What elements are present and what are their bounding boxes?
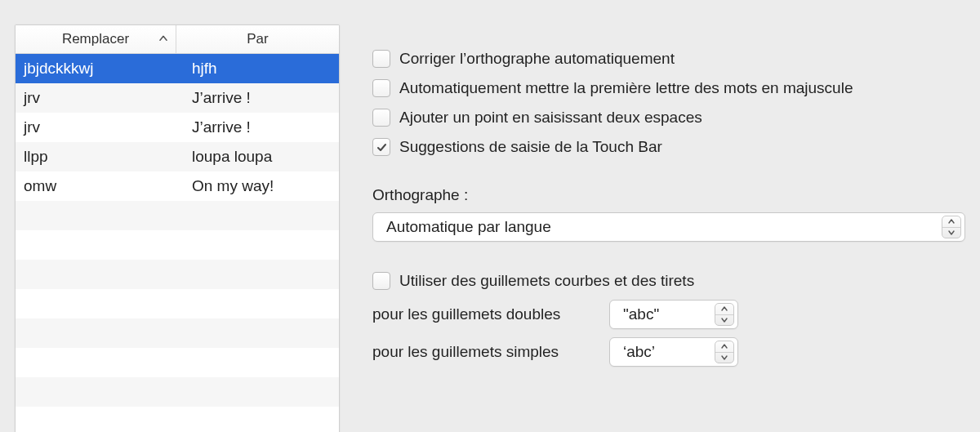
table-row[interactable]: omwOn my way! — [16, 171, 339, 201]
checkbox-auto-cap[interactable] — [372, 79, 390, 97]
option-touchbar[interactable]: Suggestions de saisie de la Touch Bar — [372, 132, 965, 162]
table-row[interactable] — [16, 348, 339, 377]
checkbox-auto-spell[interactable] — [372, 50, 390, 68]
table-body: jbjdckkkwjhjfhjrvJ’arrive !jrvJ’arrive !… — [16, 54, 339, 432]
checkbox-double-space[interactable] — [372, 109, 390, 127]
column-header-replace-label: Remplacer — [62, 31, 129, 47]
single-quotes-select-value: ‘abc’ — [623, 343, 655, 361]
table-row[interactable] — [16, 201, 339, 230]
spelling-select-value: Automatique par langue — [386, 218, 551, 236]
option-auto-spell-label: Corriger l’orthographe automatiquement — [399, 50, 675, 68]
table-header: Remplacer Par — [16, 25, 339, 54]
cell-replace: llpp — [16, 148, 184, 166]
cell-replace: jbjdckkkwj — [16, 60, 184, 78]
replacements-table[interactable]: Remplacer Par jbjdckkkwjhjfhjrvJ’arrive … — [15, 24, 340, 432]
sort-indicator-icon — [159, 33, 167, 44]
table-row[interactable] — [16, 289, 339, 318]
double-quotes-select[interactable]: "abc" — [609, 300, 738, 329]
column-header-with[interactable]: Par — [176, 25, 339, 53]
cell-with: hjfh — [184, 60, 339, 78]
cell-replace: jrv — [16, 89, 184, 107]
stepper-icon — [715, 303, 734, 326]
spelling-select[interactable]: Automatique par langue — [372, 212, 965, 242]
option-double-space-label: Ajouter un point en saisissant deux espa… — [399, 109, 702, 127]
cell-replace: omw — [16, 177, 184, 195]
cell-with: loupa loupa — [184, 148, 339, 166]
spelling-label: Orthographe : — [372, 186, 965, 204]
option-double-space[interactable]: Ajouter un point en saisissant deux espa… — [372, 103, 965, 132]
stepper-icon — [942, 216, 961, 238]
options-panel: Corriger l’orthographe automatiquement A… — [340, 24, 965, 371]
option-auto-cap[interactable]: Automatiquement mettre la première lettr… — [372, 73, 965, 103]
option-auto-spell[interactable]: Corriger l’orthographe automatiquement — [372, 44, 965, 73]
cell-with: On my way! — [184, 177, 339, 195]
double-quotes-select-value: "abc" — [623, 305, 659, 323]
single-quotes-label: pour les guillemets simples — [372, 343, 609, 361]
table-row[interactable] — [16, 230, 339, 260]
column-header-with-label: Par — [247, 31, 268, 47]
cell-with: J’arrive ! — [184, 118, 339, 136]
option-smart-quotes-label: Utiliser des guillemets courbes et des t… — [399, 272, 694, 290]
stepper-icon — [715, 341, 734, 363]
checkbox-smart-quotes[interactable] — [372, 272, 390, 290]
single-quotes-select[interactable]: ‘abc’ — [609, 337, 738, 367]
option-auto-cap-label: Automatiquement mettre la première lettr… — [399, 79, 853, 97]
table-row[interactable] — [16, 407, 339, 432]
checkbox-touchbar[interactable] — [372, 138, 390, 156]
cell-replace: jrv — [16, 118, 184, 136]
column-header-replace[interactable]: Remplacer — [16, 25, 176, 53]
table-row[interactable]: jrvJ’arrive ! — [16, 113, 339, 142]
table-row[interactable] — [16, 377, 339, 407]
option-smart-quotes[interactable]: Utiliser des guillemets courbes et des t… — [372, 266, 965, 296]
option-touchbar-label: Suggestions de saisie de la Touch Bar — [399, 138, 662, 156]
double-quotes-label: pour les guillemets doubles — [372, 305, 609, 323]
table-row[interactable]: llpploupa loupa — [16, 142, 339, 171]
table-row[interactable]: jrvJ’arrive ! — [16, 83, 339, 113]
table-row[interactable] — [16, 318, 339, 348]
table-row[interactable]: jbjdckkkwjhjfh — [16, 54, 339, 83]
cell-with: J’arrive ! — [184, 89, 339, 107]
table-row[interactable] — [16, 260, 339, 289]
